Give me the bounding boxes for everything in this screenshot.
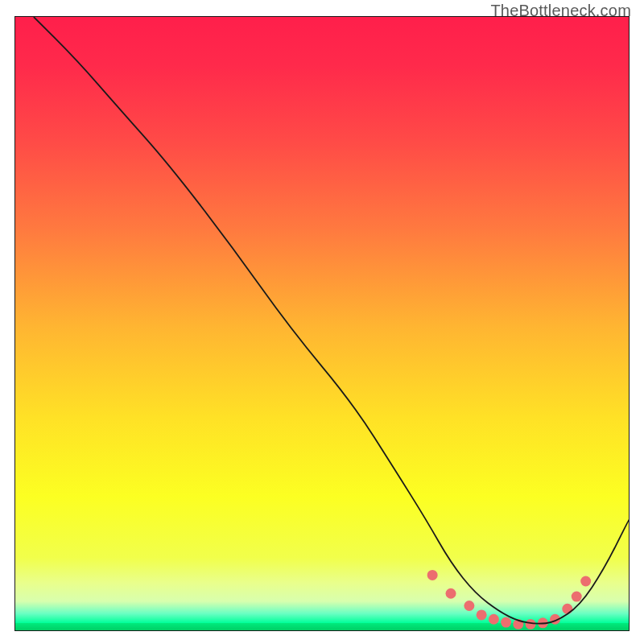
gradient-band	[15, 623, 629, 631]
gradient-band	[15, 324, 629, 417]
gradient-band	[15, 613, 629, 622]
gradient-band	[15, 140, 629, 233]
plot-area	[14, 16, 630, 631]
gradient-band	[15, 417, 629, 497]
gradient-band	[15, 558, 629, 583]
gradient-band	[15, 497, 629, 558]
gradient-band	[15, 583, 629, 601]
chart-container: TheBottleneck.com	[0, 0, 644, 644]
gradient-band	[15, 232, 629, 324]
gradient-band	[15, 601, 629, 613]
gradient-band	[15, 66, 629, 140]
gradient-band	[15, 17, 629, 66]
